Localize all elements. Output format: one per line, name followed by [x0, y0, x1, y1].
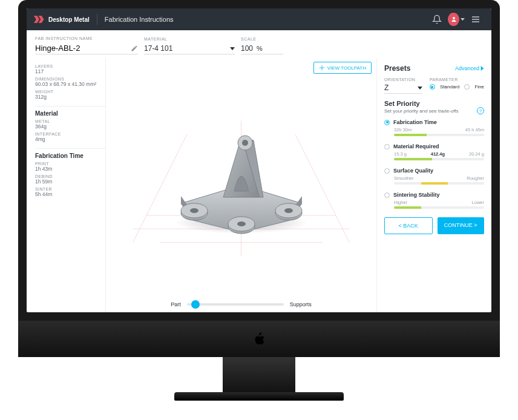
divider — [97, 14, 97, 25]
monitor-chin — [18, 321, 500, 357]
metric-bar — [394, 158, 484, 160]
metric-bar — [394, 182, 484, 185]
priority-metric: Surface Quality Smoother Rougher — [384, 168, 484, 185]
view-toolpath-button[interactable]: VIEW TOOLPATH — [313, 62, 372, 74]
parameter-fine-radio[interactable] — [464, 84, 470, 90]
material-heading: Material — [35, 106, 105, 117]
dimensions-label: DIMENSIONS — [35, 77, 105, 81]
name-input[interactable] — [35, 42, 138, 54]
material-label: MATERIAL — [144, 37, 235, 41]
metric-min: Higher — [394, 200, 407, 205]
orientation-value: Z — [384, 84, 388, 92]
metric-name: Sintering Stability — [393, 192, 484, 198]
field-bar: FAB INSTRUCTION NAME MATERIAL 17-4 101 S… — [27, 30, 491, 58]
weight-value: 312g — [35, 94, 105, 100]
continue-button[interactable]: CONTINUE > — [438, 217, 485, 234]
user-icon — [450, 16, 457, 23]
priority-heading: Set Priority — [384, 100, 484, 107]
part-render — [157, 119, 326, 242]
metric-min: Smoother — [394, 176, 414, 181]
viewport[interactable]: VIEW TOOLPATH — [105, 58, 376, 312]
priority-metric: Material Required 15.3 g 412.4g 20.24 g — [384, 143, 484, 160]
path-icon — [319, 65, 325, 71]
user-menu-button[interactable] — [448, 11, 465, 28]
part-supports-slider-row: Part Supports — [106, 301, 376, 307]
fabtime-heading: Fabrication Time — [35, 148, 105, 159]
metric-bar — [394, 206, 484, 209]
metal-value: 364g — [35, 123, 105, 130]
orientation-label: ORIENTATION — [384, 77, 422, 82]
chevron-down-icon — [461, 17, 465, 22]
scale-label: SCALE — [241, 37, 283, 41]
metric-current: 412.4g — [431, 151, 445, 157]
svg-point-9 — [190, 208, 198, 213]
parameter-fine-label: Fine — [474, 84, 484, 90]
metric-min: 15.3 g — [394, 151, 407, 157]
orientation-select[interactable]: Z — [384, 84, 422, 94]
metric-name: Surface Quality — [393, 168, 484, 174]
metric-radio[interactable] — [384, 144, 390, 149]
parameter-label: PARAMETER — [430, 77, 484, 82]
part-supports-slider[interactable] — [187, 303, 284, 306]
interface-value: 4mg — [35, 136, 105, 142]
notifications-button[interactable] — [428, 11, 445, 28]
name-input-field[interactable] — [35, 44, 128, 53]
svg-point-12 — [284, 208, 293, 213]
view-toolpath-label: VIEW TOOLPATH — [327, 65, 366, 71]
metric-radio[interactable] — [384, 192, 390, 198]
metric-max: 20.24 g — [469, 151, 484, 157]
chevron-down-icon — [230, 47, 235, 50]
help-button[interactable]: ? — [477, 107, 484, 114]
name-label: FAB INSTRUCTION NAME — [35, 36, 138, 41]
apple-logo-icon — [252, 331, 266, 347]
pencil-icon — [131, 45, 138, 52]
parameter-standard-radio[interactable] — [430, 84, 435, 90]
slider-left-label: Part — [171, 301, 181, 307]
scale-unit: % — [257, 45, 263, 52]
bell-icon — [432, 15, 442, 24]
sinter-value: 5h 44m — [35, 191, 105, 197]
chevron-right-icon — [480, 66, 484, 71]
metric-name: Material Required — [393, 143, 484, 149]
scale-value: 100 — [241, 44, 253, 53]
print-label: PRINT — [35, 162, 105, 166]
sinter-label: SINTER — [35, 187, 105, 191]
dimensions-value: 90.03 x 68.79 x 41.30 mm² — [35, 81, 105, 87]
monitor-foot — [174, 392, 344, 401]
material-value: 17-4 101 — [144, 44, 172, 53]
menu-button[interactable] — [467, 11, 484, 28]
metric-max: 45 h 45m — [465, 127, 484, 133]
metric-max: Rougher — [467, 176, 484, 181]
presets-title: Presets — [384, 64, 410, 73]
metric-min: 32h 30m — [394, 127, 411, 133]
advanced-link[interactable]: Advanced — [455, 65, 484, 71]
metric-radio[interactable] — [384, 120, 390, 125]
svg-point-15 — [237, 221, 246, 226]
metal-label: METAL — [35, 119, 105, 123]
slider-thumb[interactable] — [191, 300, 200, 309]
metric-bar — [394, 134, 484, 136]
brand-name: Desktop Metal — [48, 16, 90, 23]
scale-input[interactable]: 100 % — [241, 43, 283, 54]
page-title: Fabrication Instructions — [105, 16, 174, 23]
monitor-stand — [223, 357, 295, 393]
debind-label: DEBIND — [35, 174, 105, 179]
metric-name: Fabrication Time — [393, 119, 484, 125]
print-value: 1h 43m — [35, 166, 105, 172]
back-button[interactable]: < BACK — [384, 217, 433, 234]
metric-radio[interactable] — [384, 168, 390, 174]
brand-logo-icon — [34, 16, 45, 23]
material-select[interactable]: 17-4 101 — [144, 43, 235, 54]
app-header: Desktop Metal Fabrication Instructions — [27, 8, 491, 30]
svg-point-17 — [242, 140, 248, 146]
chevron-down-icon — [418, 87, 422, 90]
metric-max: Lower — [472, 200, 484, 205]
debind-value: 1h 59m — [35, 179, 105, 185]
advanced-label: Advanced — [455, 65, 479, 71]
layers-label: LAYERS — [35, 64, 105, 68]
priority-metric: Sintering Stability Higher Lower — [384, 192, 484, 209]
layers-value: 117 — [35, 68, 105, 74]
slider-right-label: Supports — [290, 301, 312, 307]
info-sidebar: LAYERS 117 DIMENSIONS 90.03 x 68.79 x 41… — [27, 58, 105, 312]
priority-metric: Fabrication Time 32h 30m 45 h 45m — [384, 119, 484, 136]
